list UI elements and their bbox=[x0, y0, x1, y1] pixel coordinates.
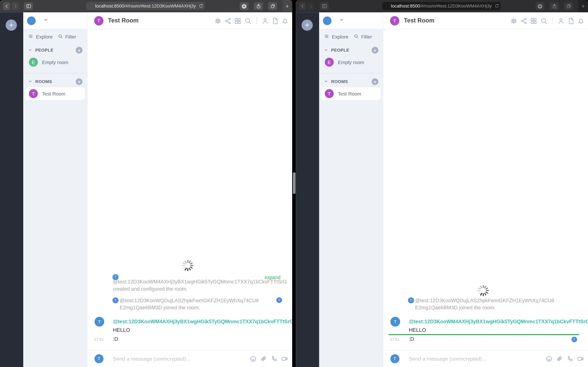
filter-input[interactable]: Filter bbox=[65, 34, 76, 40]
user-menu-chevron-icon[interactable] bbox=[339, 17, 344, 24]
message-sender[interactable]: @test:12D3KooWM4AXHj3yBX1wgHGik5TyGQMnmc… bbox=[113, 319, 292, 324]
reload-icon[interactable] bbox=[198, 3, 204, 9]
video-call-icon[interactable] bbox=[281, 355, 288, 363]
message-avatar[interactable]: T bbox=[95, 317, 104, 326]
files-icon[interactable] bbox=[271, 17, 279, 25]
emoji-icon[interactable] bbox=[545, 355, 553, 363]
address-bar[interactable]: localhost:8500/#/room/#test:12D3KooWM4AX… bbox=[86, 2, 205, 10]
explore-button[interactable]: Explore bbox=[36, 34, 52, 40]
url-host: localhost:8500 bbox=[95, 3, 124, 9]
event-avatar[interactable]: T bbox=[408, 297, 414, 303]
chevron-down-icon bbox=[28, 79, 32, 84]
address-bar[interactable]: localhost:8500/#/room/#test:12D3KooWM4AX… bbox=[382, 2, 501, 10]
message-avatar[interactable]: T bbox=[390, 317, 400, 326]
rooms-section-header[interactable]: ROOMS + bbox=[28, 78, 82, 85]
room-header-avatar[interactable]: T bbox=[390, 16, 399, 25]
members-icon[interactable] bbox=[261, 17, 269, 25]
attachment-paperclip-icon[interactable] bbox=[260, 355, 268, 363]
room-list-item-empty-room[interactable]: E Empty room bbox=[26, 56, 85, 69]
share-room-icon[interactable] bbox=[224, 17, 232, 25]
settings-gear-icon[interactable] bbox=[510, 17, 518, 25]
message-composer: T bbox=[87, 350, 292, 367]
downloads-button[interactable] bbox=[536, 2, 545, 10]
room-header-avatar[interactable]: T bbox=[94, 16, 104, 25]
notifications-bell-icon[interactable] bbox=[281, 17, 289, 25]
back-button[interactable] bbox=[299, 2, 306, 10]
create-space-button[interactable]: + bbox=[6, 19, 17, 31]
message-timestamp: 17:51 bbox=[388, 337, 400, 342]
user-avatar[interactable] bbox=[323, 16, 332, 25]
message-body: :D bbox=[113, 336, 118, 342]
create-space-button[interactable]: + bbox=[302, 19, 313, 31]
search-room-icon[interactable] bbox=[540, 17, 547, 25]
event-text: @test:12D3KooWQDujLAS2hpkFwmGKFZH1EyWhXq… bbox=[415, 298, 554, 303]
people-section-header[interactable]: PEOPLE + bbox=[28, 47, 82, 54]
apps-grid-icon[interactable] bbox=[530, 17, 537, 25]
new-tab-button[interactable]: + bbox=[578, 0, 588, 12]
scrollbar-thumb[interactable] bbox=[293, 172, 295, 194]
share-room-icon[interactable] bbox=[520, 17, 527, 25]
emoji-icon[interactable] bbox=[249, 355, 257, 363]
add-people-button[interactable]: + bbox=[372, 47, 378, 54]
search-icon[interactable] bbox=[354, 34, 359, 40]
chevron-down-icon bbox=[28, 48, 32, 53]
event-avatar[interactable]: T bbox=[112, 297, 119, 303]
add-room-button[interactable]: + bbox=[372, 78, 378, 85]
user-avatar[interactable] bbox=[27, 16, 36, 25]
search-room-icon[interactable] bbox=[244, 17, 251, 25]
explore-button[interactable]: Explore bbox=[332, 34, 348, 40]
read-receipt-avatar[interactable]: T bbox=[277, 297, 282, 303]
voice-call-icon[interactable] bbox=[566, 355, 574, 363]
add-people-button[interactable]: + bbox=[76, 47, 83, 54]
members-icon[interactable] bbox=[557, 17, 565, 25]
chevron-down-icon bbox=[324, 79, 328, 84]
explore-icon[interactable] bbox=[324, 34, 329, 40]
desktop: localhost:8500/#/room/#test:12D3KooWM4AX… bbox=[0, 0, 588, 367]
message-sender[interactable]: @test:12D3KooWM4AXHj3yBX1wgHGik5TyGQMnmc… bbox=[409, 319, 588, 324]
filter-input[interactable]: Filter bbox=[361, 34, 372, 40]
room-avatar: T bbox=[325, 89, 334, 98]
apps-grid-icon[interactable] bbox=[234, 17, 242, 25]
read-receipt-avatar[interactable]: T bbox=[571, 337, 577, 342]
explore-icon[interactable] bbox=[28, 34, 33, 40]
downloads-button[interactable] bbox=[240, 2, 249, 10]
user-menu-chevron-icon[interactable] bbox=[43, 17, 48, 24]
section-divider bbox=[319, 73, 383, 73]
message-body: HELLO bbox=[113, 327, 130, 333]
new-tab-button[interactable]: + bbox=[282, 0, 292, 12]
event-text: created and configured the room. bbox=[113, 286, 188, 292]
attachment-paperclip-icon[interactable] bbox=[556, 355, 563, 363]
message-input[interactable] bbox=[113, 356, 249, 362]
sidebar-toggle-icon[interactable] bbox=[320, 2, 329, 10]
search-icon[interactable] bbox=[58, 34, 63, 40]
header-divider bbox=[256, 17, 257, 25]
header-divider bbox=[552, 17, 553, 25]
url-path: /#/room/#test:12D3KooWM4AXHj3y bbox=[124, 3, 196, 9]
room-list-item-test-room[interactable]: T Test Room bbox=[321, 87, 381, 100]
back-button[interactable] bbox=[3, 2, 10, 10]
browser-window-left: localhost:8500/#/room/#test:12D3KooWM4AX… bbox=[0, 0, 292, 367]
room-list-item-empty-room[interactable]: E Empty room bbox=[321, 56, 381, 69]
chat-panel: T Test Room T @test bbox=[383, 12, 588, 367]
voice-call-icon[interactable] bbox=[270, 355, 278, 363]
add-room-button[interactable]: + bbox=[76, 78, 83, 85]
room-title: Test Room bbox=[108, 17, 138, 24]
settings-gear-icon[interactable] bbox=[214, 17, 222, 25]
video-call-icon[interactable] bbox=[577, 355, 584, 363]
tab-overview-button[interactable] bbox=[268, 2, 277, 10]
rooms-section-header[interactable]: ROOMS + bbox=[324, 78, 378, 85]
event-text: @test:12D3KooWQDujLAS2hpkFwmGKFZH1EyWhXq… bbox=[120, 298, 259, 303]
reload-icon[interactable] bbox=[494, 3, 500, 9]
sidebar-toggle-icon[interactable] bbox=[24, 2, 33, 10]
share-button[interactable] bbox=[254, 2, 263, 10]
room-title: Test Room bbox=[404, 17, 434, 24]
forward-button[interactable] bbox=[307, 2, 314, 10]
tab-overview-button[interactable] bbox=[564, 2, 573, 10]
message-input[interactable] bbox=[409, 356, 545, 362]
room-list-item-test-room[interactable]: T Test Room bbox=[26, 87, 85, 100]
files-icon[interactable] bbox=[567, 17, 575, 25]
share-button[interactable] bbox=[550, 2, 559, 10]
forward-button[interactable] bbox=[12, 2, 19, 10]
notifications-bell-icon[interactable] bbox=[577, 17, 585, 25]
people-section-header[interactable]: PEOPLE + bbox=[324, 47, 378, 54]
